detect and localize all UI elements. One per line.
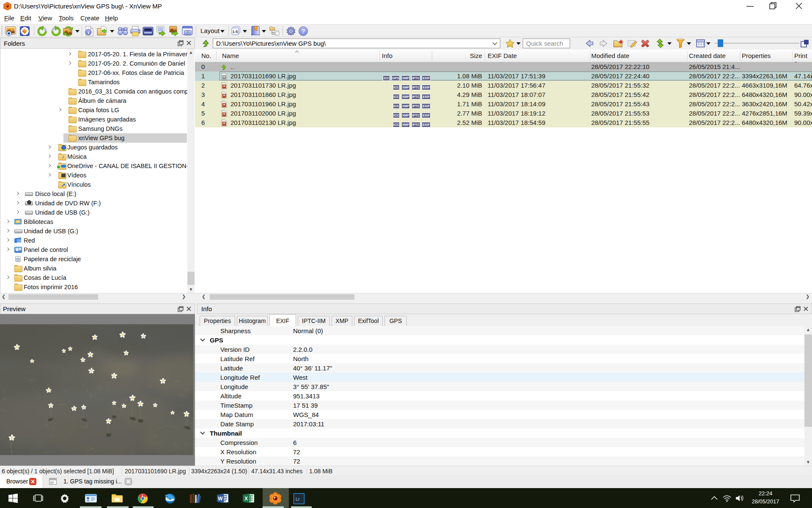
svg-text:Lr: Lr	[296, 497, 300, 502]
svg-text:i: i	[88, 30, 89, 35]
svg-text:X: X	[244, 496, 248, 502]
svg-text:1-5: 1-5	[232, 30, 238, 34]
svg-text:?: ?	[302, 28, 305, 35]
svg-text:W: W	[218, 496, 223, 502]
